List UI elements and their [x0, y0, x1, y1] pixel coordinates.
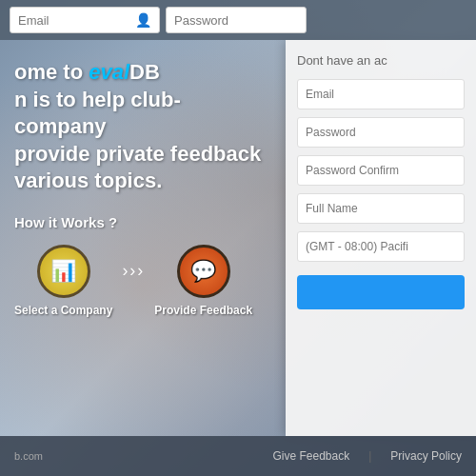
footer: b.com Give Feedback | Privacy Policy	[0, 436, 476, 476]
navbar-password-field[interactable]	[166, 7, 307, 33]
feedback-label: Provide Feedback	[154, 304, 252, 317]
tagline-line3: various topics.	[14, 169, 162, 192]
navbar: 👤	[0, 0, 476, 40]
steps-row: 📊 Select a Company ››› 💬 Provide Feedbac…	[14, 245, 271, 317]
footer-links: Give Feedback | Privacy Policy	[272, 449, 462, 463]
arrow-dots: ›››	[122, 261, 145, 281]
signup-fullname-input[interactable]	[297, 193, 465, 224]
welcome-prefix: ome to	[14, 60, 89, 84]
signup-fullname-field[interactable]	[297, 193, 465, 224]
navbar-email-input[interactable]	[18, 13, 151, 28]
user-icon: 👤	[135, 12, 151, 28]
company-icon: 📊	[37, 245, 90, 298]
left-panel: ome to evalDB n is to help club-company …	[0, 40, 286, 436]
signup-submit-button[interactable]	[297, 275, 465, 309]
how-it-works-title: How it Works ?	[14, 214, 271, 230]
signup-password-input[interactable]	[297, 117, 465, 148]
signup-password-confirm-field[interactable]	[297, 155, 465, 186]
main-content: ome to evalDB n is to help club-company …	[0, 40, 476, 436]
signup-email-field[interactable]	[297, 79, 465, 109]
signup-password-confirm-input[interactable]	[297, 155, 465, 186]
signup-panel: Dont have an ac	[286, 40, 476, 436]
step-provide-feedback: 💬 Provide Feedback	[154, 245, 252, 317]
privacy-policy-link[interactable]: Privacy Policy	[390, 449, 462, 463]
signup-email-input[interactable]	[297, 79, 465, 109]
brand-eval: eval	[89, 60, 129, 84]
navbar-email-field[interactable]: 👤	[10, 7, 160, 33]
step-select-company: 📊 Select a Company	[14, 245, 112, 317]
signup-title: Dont have an ac	[297, 53, 465, 68]
give-feedback-link[interactable]: Give Feedback	[272, 449, 349, 463]
brand-db: DB	[129, 60, 160, 84]
footer-divider: |	[368, 449, 371, 463]
welcome-text: ome to evalDB n is to help club-company …	[14, 59, 271, 195]
company-label: Select a Company	[14, 304, 112, 317]
signup-password-field[interactable]	[297, 117, 465, 148]
navbar-password-input[interactable]	[174, 13, 298, 28]
tagline-line2: provide private feedback	[14, 142, 261, 166]
feedback-icon: 💬	[177, 245, 230, 298]
signup-timezone-input[interactable]	[297, 231, 465, 262]
footer-copyright: b.com	[14, 450, 43, 462]
tagline-line1: n is to help club-company	[14, 88, 181, 139]
signup-timezone-field[interactable]	[297, 231, 465, 262]
